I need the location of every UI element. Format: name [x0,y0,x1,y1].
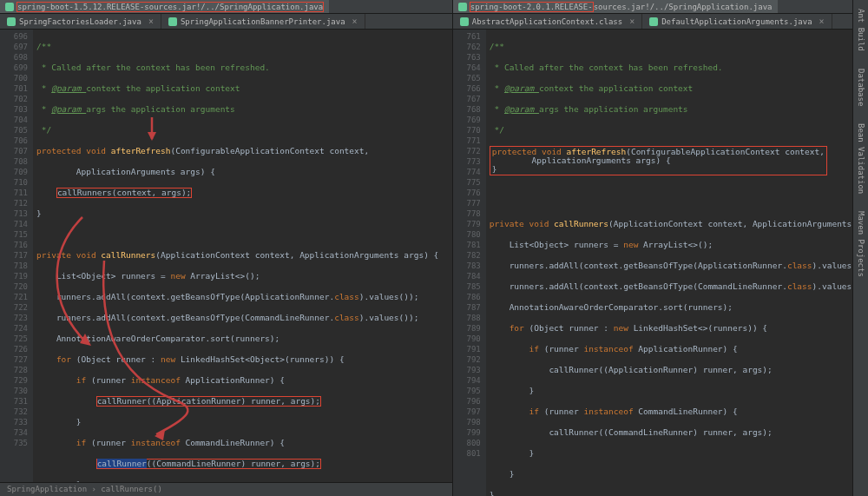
class-icon [649,17,658,26]
class-icon [458,3,467,11]
sidebar-tab-maven[interactable]: Maven Projects [855,206,867,282]
highlight-box: protected void afterRefresh(Configurable… [490,146,827,175]
file-tab[interactable]: SpringFactoriesLoader.java× [0,14,161,29]
javadoc: * Called after the context has been refr… [36,63,270,72]
sidebar-tab-ant[interactable]: Ant Build [855,3,867,56]
editor[interactable]: 7617627637647657667677687697707717727737… [453,30,868,496]
file-tab-bar: SpringFactoriesLoader.java× SpringApplic… [0,14,452,30]
top-tab[interactable]: spring-boot-1.5.12.RELEASE-sources.jar!/… [0,0,329,13]
class-icon [460,17,469,26]
file-tab-label: SpringFactoriesLoader.java [19,17,141,26]
gutter: 7617627637647657667677687697707717727737… [453,30,486,496]
highlight-box: callRunner((CommandLineRunner) runner, a… [96,459,321,469]
highlight-box: callRunners(context, args); [56,188,192,198]
gutter: 6966976986997007017027037047057067077087… [0,30,33,482]
javadoc: /** [36,42,51,51]
close-icon[interactable]: × [819,17,825,26]
file-tab-label: AbstractApplicationContext.class [472,17,622,26]
top-tab-bar: spring-boot-2.0.1.RELEASE-sources.jar!/.… [453,0,868,14]
sidebar-tab-database[interactable]: Database [855,63,867,111]
javadoc: */ [36,125,51,135]
class-icon [5,3,14,11]
path-highlight: spring-boot-2.0.1.RELEASE- [470,2,594,12]
close-icon[interactable]: × [148,17,154,26]
file-tab-label: SpringApplicationBannerPrinter.java [181,17,345,26]
left-editor-pane: spring-boot-1.5.12.RELEASE-sources.jar!/… [0,0,453,496]
close-icon[interactable]: × [352,17,358,26]
file-tab-bar: AbstractApplicationContext.class× Defaul… [453,14,868,30]
top-tab-bar: spring-boot-1.5.12.RELEASE-sources.jar!/… [0,0,452,14]
editor[interactable]: 6966976986997007017027037047057067077087… [0,30,452,482]
file-tab-label: DefaultApplicationArguments.java [661,17,812,26]
file-tab[interactable]: SpringApplicationBannerPrinter.java× [161,14,365,29]
file-tab[interactable]: AbstractApplicationContext.class× [453,14,642,29]
top-tab[interactable]: spring-boot-2.0.1.RELEASE-sources.jar!/.… [453,0,778,13]
close-icon[interactable]: × [629,17,635,26]
sidebar-tab-bean[interactable]: Bean Validation [855,118,867,199]
highlight-box: callRunner((ApplicationRunner) runner, a… [96,396,321,407]
class-icon [7,17,16,26]
code-area[interactable]: /** * Called after the context has been … [33,30,452,482]
right-editor-pane: spring-boot-2.0.1.RELEASE-sources.jar!/.… [453,0,868,496]
tool-sidebar: Ant Build Database Bean Validation Maven… [852,0,868,496]
path-highlight: spring-boot-1.5.12.RELEASE-sources.jar!/… [16,2,324,12]
breadcrumb[interactable]: SpringApplication › callRunners() [0,482,452,496]
path-label: spring-boot-2.0.1.RELEASE-sources.jar!/.… [470,2,773,12]
code-area[interactable]: /** * Called after the context has been … [486,30,868,496]
class-icon [168,17,177,26]
file-tab[interactable]: DefaultApplicationArguments.java× [642,14,832,29]
